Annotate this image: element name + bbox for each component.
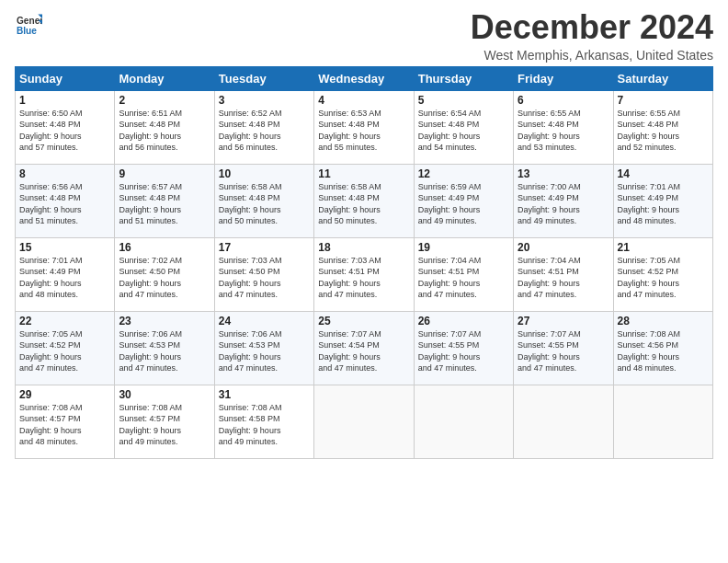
day-number: 15	[19, 241, 110, 254]
day-number: 25	[318, 315, 409, 327]
day-info: Sunrise: 7:00 AM Sunset: 4:49 PM Dayligh…	[518, 181, 609, 227]
day-number: 9	[119, 167, 210, 180]
calendar-header: SundayMondayTuesdayWednesdayThursdayFrid…	[16, 66, 713, 90]
day-number: 20	[518, 241, 609, 254]
day-info: Sunrise: 7:06 AM Sunset: 4:53 PM Dayligh…	[119, 328, 210, 374]
day-number: 24	[219, 315, 310, 327]
calendar-cell: 21Sunrise: 7:05 AM Sunset: 4:52 PM Dayli…	[613, 237, 712, 311]
page-container: General Blue December 2024 West Memphis,…	[0, 0, 728, 468]
day-number: 29	[19, 388, 110, 401]
calendar-cell: 12Sunrise: 6:59 AM Sunset: 4:49 PM Dayli…	[414, 164, 513, 237]
day-info: Sunrise: 7:02 AM Sunset: 4:50 PM Dayligh…	[119, 255, 210, 301]
calendar-cell: 3Sunrise: 6:52 AM Sunset: 4:48 PM Daylig…	[214, 90, 313, 164]
day-number: 19	[418, 241, 509, 254]
calendar-week-5: 29Sunrise: 7:08 AM Sunset: 4:57 PM Dayli…	[16, 385, 713, 458]
day-number: 11	[318, 167, 409, 180]
day-info: Sunrise: 6:56 AM Sunset: 4:48 PM Dayligh…	[19, 181, 110, 227]
svg-text:Blue: Blue	[17, 26, 37, 36]
calendar-cell: 8Sunrise: 6:56 AM Sunset: 4:48 PM Daylig…	[16, 164, 115, 237]
day-info: Sunrise: 6:58 AM Sunset: 4:48 PM Dayligh…	[219, 181, 310, 227]
header-day-monday: Monday	[115, 66, 214, 90]
day-info: Sunrise: 7:08 AM Sunset: 4:56 PM Dayligh…	[618, 328, 709, 374]
calendar-week-2: 8Sunrise: 6:56 AM Sunset: 4:48 PM Daylig…	[16, 164, 713, 237]
calendar-cell	[314, 385, 414, 458]
calendar-cell: 11Sunrise: 6:58 AM Sunset: 4:48 PM Dayli…	[314, 164, 414, 237]
calendar-week-4: 22Sunrise: 7:05 AM Sunset: 4:52 PM Dayli…	[16, 311, 713, 385]
day-number: 3	[219, 94, 310, 107]
calendar-week-3: 15Sunrise: 7:01 AM Sunset: 4:49 PM Dayli…	[16, 237, 713, 311]
day-info: Sunrise: 6:59 AM Sunset: 4:49 PM Dayligh…	[418, 181, 509, 227]
calendar-cell: 17Sunrise: 7:03 AM Sunset: 4:50 PM Dayli…	[214, 237, 313, 311]
calendar-cell: 28Sunrise: 7:08 AM Sunset: 4:56 PM Dayli…	[613, 311, 712, 385]
day-info: Sunrise: 6:50 AM Sunset: 4:48 PM Dayligh…	[19, 108, 110, 154]
header-day-tuesday: Tuesday	[214, 66, 313, 90]
calendar-cell	[514, 385, 613, 458]
calendar-cell: 30Sunrise: 7:08 AM Sunset: 4:57 PM Dayli…	[115, 385, 214, 458]
day-info: Sunrise: 7:04 AM Sunset: 4:51 PM Dayligh…	[418, 255, 509, 301]
calendar-week-1: 1Sunrise: 6:50 AM Sunset: 4:48 PM Daylig…	[16, 90, 713, 164]
calendar-cell: 24Sunrise: 7:06 AM Sunset: 4:53 PM Dayli…	[214, 311, 313, 385]
day-number: 10	[219, 167, 310, 180]
calendar-cell: 10Sunrise: 6:58 AM Sunset: 4:48 PM Dayli…	[214, 164, 313, 237]
calendar-cell: 7Sunrise: 6:55 AM Sunset: 4:48 PM Daylig…	[613, 90, 712, 164]
calendar-cell	[613, 385, 712, 458]
day-number: 31	[219, 388, 310, 401]
calendar-cell	[414, 385, 513, 458]
calendar-cell: 29Sunrise: 7:08 AM Sunset: 4:57 PM Dayli…	[16, 385, 115, 458]
day-info: Sunrise: 6:58 AM Sunset: 4:48 PM Dayligh…	[318, 181, 409, 227]
calendar-cell: 4Sunrise: 6:53 AM Sunset: 4:48 PM Daylig…	[314, 90, 414, 164]
day-number: 12	[418, 167, 509, 180]
day-info: Sunrise: 7:07 AM Sunset: 4:54 PM Dayligh…	[318, 328, 409, 374]
calendar-cell: 16Sunrise: 7:02 AM Sunset: 4:50 PM Dayli…	[115, 237, 214, 311]
location: West Memphis, Arkansas, United States	[471, 48, 713, 63]
day-number: 26	[418, 315, 509, 327]
header-day-thursday: Thursday	[414, 66, 513, 90]
logo: General Blue	[15, 13, 42, 42]
day-number: 2	[119, 94, 210, 107]
day-number: 14	[618, 167, 709, 180]
calendar-cell: 18Sunrise: 7:03 AM Sunset: 4:51 PM Dayli…	[314, 237, 414, 311]
day-info: Sunrise: 6:55 AM Sunset: 4:48 PM Dayligh…	[518, 108, 609, 154]
header: General Blue December 2024 West Memphis,…	[15, 9, 713, 63]
month-title: December 2024	[471, 9, 713, 46]
calendar-cell: 2Sunrise: 6:51 AM Sunset: 4:48 PM Daylig…	[115, 90, 214, 164]
day-info: Sunrise: 7:06 AM Sunset: 4:53 PM Dayligh…	[219, 328, 310, 374]
day-number: 7	[618, 94, 709, 107]
day-number: 22	[19, 315, 110, 327]
day-info: Sunrise: 7:05 AM Sunset: 4:52 PM Dayligh…	[618, 255, 709, 301]
calendar-cell: 19Sunrise: 7:04 AM Sunset: 4:51 PM Dayli…	[414, 237, 513, 311]
day-number: 6	[518, 94, 609, 107]
calendar-cell: 27Sunrise: 7:07 AM Sunset: 4:55 PM Dayli…	[514, 311, 613, 385]
day-info: Sunrise: 7:04 AM Sunset: 4:51 PM Dayligh…	[518, 255, 609, 301]
day-info: Sunrise: 6:55 AM Sunset: 4:48 PM Dayligh…	[618, 108, 709, 154]
day-info: Sunrise: 6:53 AM Sunset: 4:48 PM Dayligh…	[318, 108, 409, 154]
calendar-table: SundayMondayTuesdayWednesdayThursdayFrid…	[15, 66, 713, 459]
day-number: 23	[119, 315, 210, 327]
header-day-wednesday: Wednesday	[314, 66, 414, 90]
title-block: December 2024 West Memphis, Arkansas, Un…	[471, 9, 713, 63]
header-day-sunday: Sunday	[16, 66, 115, 90]
day-info: Sunrise: 7:03 AM Sunset: 4:51 PM Dayligh…	[318, 255, 409, 301]
day-number: 13	[518, 167, 609, 180]
calendar-cell: 25Sunrise: 7:07 AM Sunset: 4:54 PM Dayli…	[314, 311, 414, 385]
day-number: 30	[119, 388, 210, 401]
day-info: Sunrise: 7:08 AM Sunset: 4:58 PM Dayligh…	[219, 402, 310, 448]
day-number: 21	[618, 241, 709, 254]
calendar-cell: 5Sunrise: 6:54 AM Sunset: 4:48 PM Daylig…	[414, 90, 513, 164]
calendar-cell: 1Sunrise: 6:50 AM Sunset: 4:48 PM Daylig…	[16, 90, 115, 164]
calendar-cell: 13Sunrise: 7:00 AM Sunset: 4:49 PM Dayli…	[514, 164, 613, 237]
day-number: 16	[119, 241, 210, 254]
day-info: Sunrise: 6:54 AM Sunset: 4:48 PM Dayligh…	[418, 108, 509, 154]
day-info: Sunrise: 7:05 AM Sunset: 4:52 PM Dayligh…	[19, 328, 110, 374]
day-number: 18	[318, 241, 409, 254]
calendar-cell: 20Sunrise: 7:04 AM Sunset: 4:51 PM Dayli…	[514, 237, 613, 311]
calendar-cell: 22Sunrise: 7:05 AM Sunset: 4:52 PM Dayli…	[16, 311, 115, 385]
header-day-friday: Friday	[514, 66, 613, 90]
day-info: Sunrise: 7:03 AM Sunset: 4:50 PM Dayligh…	[219, 255, 310, 301]
calendar-cell: 15Sunrise: 7:01 AM Sunset: 4:49 PM Dayli…	[16, 237, 115, 311]
day-number: 17	[219, 241, 310, 254]
day-number: 28	[618, 315, 709, 327]
day-info: Sunrise: 7:01 AM Sunset: 4:49 PM Dayligh…	[19, 255, 110, 301]
day-number: 8	[19, 167, 110, 180]
day-info: Sunrise: 7:07 AM Sunset: 4:55 PM Dayligh…	[518, 328, 609, 374]
